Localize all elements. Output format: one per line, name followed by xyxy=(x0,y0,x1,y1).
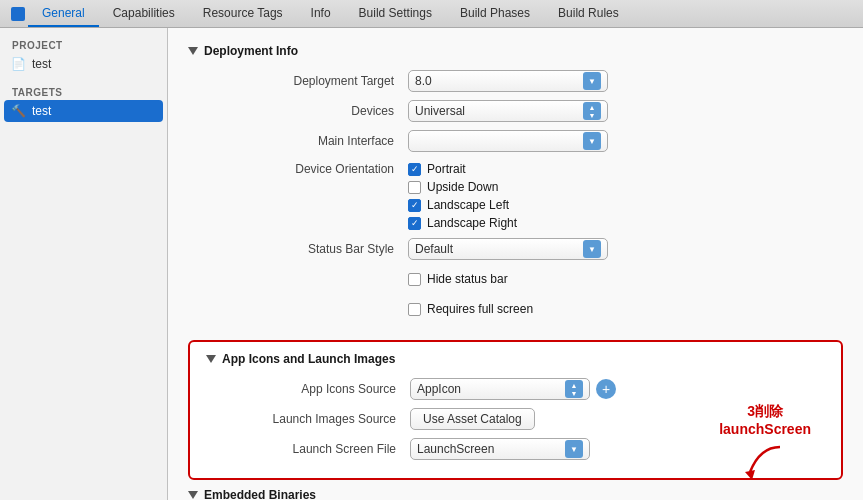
tab-info[interactable]: Info xyxy=(297,0,345,27)
arrow-icon: ▼ xyxy=(588,245,596,254)
main-interface-select[interactable]: ▼ xyxy=(408,130,608,152)
launch-screen-file-value: LaunchScreen xyxy=(417,442,561,456)
landscape-right-label: Landscape Right xyxy=(427,216,517,230)
hide-status-bar-row: Hide status bar xyxy=(188,268,843,290)
sidebar-targets-header: TARGETS xyxy=(0,83,167,100)
dropdown-arrow: ▼ xyxy=(583,72,601,90)
sidebar-item-project[interactable]: 📄 test xyxy=(0,53,167,75)
main-interface-label: Main Interface xyxy=(188,134,408,148)
requires-full-screen-label: Requires full screen xyxy=(427,302,533,316)
deployment-target-label: Deployment Target xyxy=(188,74,408,88)
device-orientation-label: Device Orientation xyxy=(188,162,408,176)
deployment-target-select[interactable]: 8.0 ▼ xyxy=(408,70,608,92)
devices-control: Universal ▲ ▼ xyxy=(408,100,843,122)
status-bar-style-row: Status Bar Style Default ▼ xyxy=(188,238,843,260)
double-arrow-icon: ▲ ▼ xyxy=(589,104,596,119)
deployment-info-header: Deployment Info xyxy=(188,44,843,58)
app-icons-source-value: AppIcon xyxy=(417,382,561,396)
app-icons-arrow-icon: ▲ ▼ xyxy=(571,382,578,397)
arrow-icon: ▼ xyxy=(588,77,596,86)
status-bar-style-value: Default xyxy=(415,242,579,256)
tab-build-settings[interactable]: Build Settings xyxy=(345,0,446,27)
annotation-line2: launchScreen xyxy=(719,420,811,438)
annotation-container: 3削除 launchScreen xyxy=(719,402,811,482)
sidebar-item-target[interactable]: 🔨 test xyxy=(4,100,163,122)
orientation-upside-down: Upside Down xyxy=(408,180,517,194)
app-icons-source-select[interactable]: AppIcon ▲ ▼ xyxy=(410,378,590,400)
tab-build-phases[interactable]: Build Phases xyxy=(446,0,544,27)
launch-images-source-label: Launch Images Source xyxy=(190,412,410,426)
embedded-binaries-title: Embedded Binaries xyxy=(204,488,316,500)
requires-full-screen-item: Requires full screen xyxy=(408,302,533,316)
status-bar-style-label: Status Bar Style xyxy=(188,242,408,256)
embedded-binaries-section: Embedded Binaries xyxy=(188,488,843,500)
svg-rect-0 xyxy=(11,7,25,21)
hide-status-bar-label: Hide status bar xyxy=(427,272,508,286)
app-icons-triangle xyxy=(206,355,216,363)
devices-dropdown-arrow: ▲ ▼ xyxy=(583,102,601,120)
deployment-target-row: Deployment Target 8.0 ▼ xyxy=(188,70,843,92)
tab-resource-tags[interactable]: Resource Tags xyxy=(189,0,297,27)
upside-down-checkbox[interactable] xyxy=(408,181,421,194)
tab-capabilities[interactable]: Capabilities xyxy=(99,0,189,27)
main-interface-dropdown-arrow: ▼ xyxy=(583,132,601,150)
orientation-portrait: Portrait xyxy=(408,162,517,176)
sidebar-target-label: test xyxy=(32,104,51,118)
orientation-checkbox-group: Portrait Upside Down Landscape Left xyxy=(408,162,517,230)
launch-screen-file-label: Launch Screen File xyxy=(190,442,410,456)
requires-full-screen-control: Requires full screen xyxy=(408,302,843,316)
launch-screen-file-select[interactable]: LaunchScreen ▼ xyxy=(410,438,590,460)
deployment-info-section: Deployment Info Deployment Target 8.0 ▼ … xyxy=(188,44,843,320)
launch-screen-dropdown-arrow: ▼ xyxy=(565,440,583,458)
hide-status-bar-checkbox[interactable] xyxy=(408,273,421,286)
embedded-triangle xyxy=(188,491,198,499)
sidebar-project-header: PROJECT xyxy=(0,36,167,53)
tab-general[interactable]: General xyxy=(28,0,99,27)
use-asset-catalog-button[interactable]: Use Asset Catalog xyxy=(410,408,535,430)
annotation-line1: 3削除 xyxy=(719,402,811,420)
deployment-target-value: 8.0 xyxy=(415,74,579,88)
devices-row: Devices Universal ▲ ▼ xyxy=(188,100,843,122)
file-icon: 📄 xyxy=(10,56,26,72)
annotation-arrow xyxy=(719,442,811,482)
landscape-left-label: Landscape Left xyxy=(427,198,509,212)
arrow-icon: ▼ xyxy=(588,137,596,146)
app-icons-title: App Icons and Launch Images xyxy=(222,352,395,366)
deployment-target-control: 8.0 ▼ xyxy=(408,70,843,92)
upside-down-label: Upside Down xyxy=(427,180,498,194)
app-icons-source-control: AppIcon ▲ ▼ + xyxy=(410,378,841,400)
target-icon: 🔨 xyxy=(10,103,26,119)
device-orientation-control: Portrait Upside Down Landscape Left xyxy=(408,162,843,230)
main-interface-row: Main Interface ▼ xyxy=(188,130,843,152)
landscape-left-checkbox[interactable] xyxy=(408,199,421,212)
main-interface-control: ▼ xyxy=(408,130,843,152)
deployment-info-title: Deployment Info xyxy=(204,44,298,58)
tab-bar-icon xyxy=(8,7,28,21)
requires-full-screen-row: Requires full screen xyxy=(188,298,843,320)
app-icons-source-label: App Icons Source xyxy=(190,382,410,396)
svg-marker-1 xyxy=(745,470,755,480)
requires-full-screen-checkbox[interactable] xyxy=(408,303,421,316)
sidebar: PROJECT 📄 test TARGETS 🔨 test xyxy=(0,28,168,500)
embedded-binaries-header: Embedded Binaries xyxy=(188,488,843,500)
status-bar-dropdown-arrow: ▼ xyxy=(583,240,601,258)
devices-value: Universal xyxy=(415,104,579,118)
tab-build-rules[interactable]: Build Rules xyxy=(544,0,633,27)
landscape-right-checkbox[interactable] xyxy=(408,217,421,230)
orientation-landscape-left: Landscape Left xyxy=(408,198,517,212)
portrait-label: Portrait xyxy=(427,162,466,176)
hide-status-bar-item: Hide status bar xyxy=(408,272,508,286)
orientation-landscape-right: Landscape Right xyxy=(408,216,517,230)
devices-label: Devices xyxy=(188,104,408,118)
status-bar-style-control: Default ▼ xyxy=(408,238,843,260)
annotation-text: 3削除 launchScreen xyxy=(719,402,811,438)
add-icon-button[interactable]: + xyxy=(596,379,616,399)
devices-select[interactable]: Universal ▲ ▼ xyxy=(408,100,608,122)
portrait-checkbox[interactable] xyxy=(408,163,421,176)
status-bar-style-select[interactable]: Default ▼ xyxy=(408,238,608,260)
main-content: Deployment Info Deployment Target 8.0 ▼ … xyxy=(168,28,863,500)
sidebar-project-label: test xyxy=(32,57,51,71)
triangle-icon xyxy=(188,47,198,55)
app-icons-header: App Icons and Launch Images xyxy=(190,352,841,366)
app-icons-dropdown-arrow: ▲ ▼ xyxy=(565,380,583,398)
